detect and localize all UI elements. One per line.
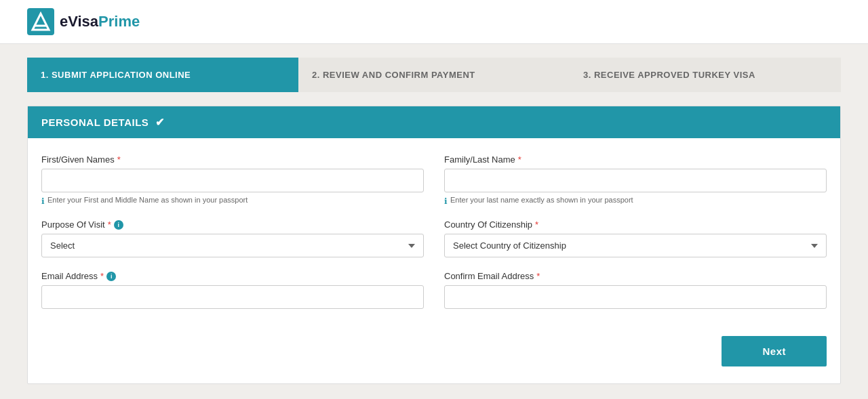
section-title: PERSONAL DETAILS (41, 117, 149, 128)
step-3-label: 3. RECEIVE APPROVED TURKEY VISA (583, 70, 755, 80)
confirm-email-group: Confirm Email Address* (444, 271, 827, 309)
purpose-group: Purpose Of Visit* i Select Tourism Busin… (41, 219, 424, 257)
next-button[interactable]: Next (722, 336, 827, 366)
required-star-last: * (518, 154, 521, 165)
logo-icon (27, 8, 54, 35)
steps-container: 1. SUBMIT APPLICATION ONLINE 2. REVIEW A… (27, 58, 841, 92)
step-1-label: 1. SUBMIT APPLICATION ONLINE (41, 70, 191, 80)
last-name-hint: ℹ Enter your last name exactly as shown … (444, 196, 827, 206)
step-3: 3. RECEIVE APPROVED TURKEY VISA (570, 58, 841, 92)
required-star-email: * (100, 271, 104, 281)
hint-icon-last: ℹ (444, 196, 448, 206)
last-name-label: Family/Last Name* (444, 154, 827, 165)
name-row: First/Given Names* ℹ Enter your First an… (41, 154, 827, 206)
email-group: Email Address* i (41, 271, 424, 309)
checkmark-icon: ✔ (155, 116, 165, 129)
step-2-label: 2. REVIEW AND CONFIRM PAYMENT (312, 70, 475, 80)
form-body: First/Given Names* ℹ Enter your First an… (28, 138, 840, 383)
required-star-purpose: * (108, 219, 111, 230)
first-name-input[interactable] (41, 169, 424, 192)
logo-text: eVisaPrime (60, 13, 140, 30)
logo: eVisaPrime (27, 8, 140, 35)
purpose-citizenship-row: Purpose Of Visit* i Select Tourism Busin… (41, 219, 827, 257)
email-row: Email Address* i Confirm Email Address* (41, 271, 827, 309)
required-star-confirm-email: * (536, 271, 540, 281)
form-card: PERSONAL DETAILS ✔ First/Given Names* ℹ … (27, 106, 841, 384)
required-star: * (117, 154, 121, 165)
last-name-group: Family/Last Name* ℹ Enter your last name… (444, 154, 827, 206)
header: eVisaPrime (0, 0, 868, 44)
first-name-hint: ℹ Enter your First and Middle Name as sh… (41, 196, 424, 206)
confirm-email-label: Confirm Email Address* (444, 271, 827, 281)
email-info-icon[interactable]: i (106, 272, 116, 281)
citizenship-label: Country Of Citizenship* (444, 219, 827, 230)
form-section-header: PERSONAL DETAILS ✔ (28, 106, 840, 138)
hint-icon: ℹ (41, 196, 45, 206)
purpose-label: Purpose Of Visit* i (41, 219, 424, 230)
email-input[interactable] (41, 285, 424, 309)
first-name-label: First/Given Names* (41, 154, 424, 165)
first-name-group: First/Given Names* ℹ Enter your First an… (41, 154, 424, 206)
email-label: Email Address* i (41, 271, 424, 281)
logo-evisa: eVisa (60, 13, 98, 30)
logo-prime: Prime (98, 13, 140, 30)
last-name-input[interactable] (444, 169, 827, 192)
button-row: Next (41, 322, 827, 370)
confirm-email-input[interactable] (444, 285, 827, 309)
purpose-select[interactable]: Select Tourism Business Transit (41, 234, 424, 257)
purpose-info-icon[interactable]: i (114, 220, 123, 230)
citizenship-group: Country Of Citizenship* Select Country o… (444, 219, 827, 257)
step-2: 2. REVIEW AND CONFIRM PAYMENT (298, 58, 570, 92)
required-star-citizenship: * (535, 219, 538, 230)
step-1: 1. SUBMIT APPLICATION ONLINE (27, 58, 298, 92)
citizenship-select[interactable]: Select Country of Citizenship United Sta… (444, 234, 827, 257)
